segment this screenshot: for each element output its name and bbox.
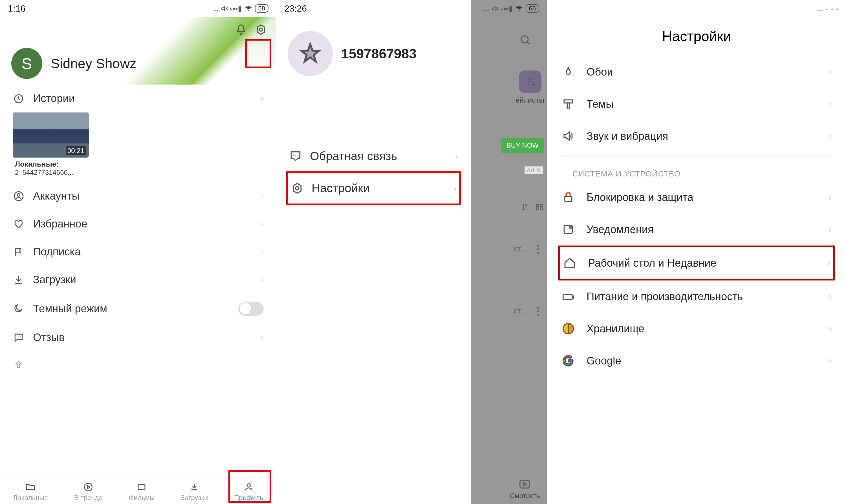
setting-lock[interactable]: Блокировка и защита ›: [558, 181, 835, 213]
chevron-right-icon: ›: [261, 93, 264, 104]
profile-row[interactable]: S Sidney Showz: [11, 48, 137, 79]
svg-rect-6: [138, 485, 145, 490]
signal-icon: ▫▪▪▮: [501, 4, 513, 13]
download-icon: [13, 274, 24, 286]
video-duration: 00:21: [66, 146, 86, 155]
moon-icon: [13, 303, 24, 314]
mute-icon: [491, 5, 498, 12]
tab-local[interactable]: Локальные: [13, 482, 48, 502]
menu-downloads[interactable]: Загрузки ›: [10, 266, 266, 294]
settings-icon[interactable]: [254, 22, 268, 37]
chat-icon: [289, 150, 302, 163]
setting-google[interactable]: Google ›: [558, 345, 835, 377]
tab-trending[interactable]: В тренде: [74, 482, 103, 502]
menu-dark-mode[interactable]: Темный режим: [10, 294, 266, 324]
svg-point-15: [296, 186, 299, 190]
svg-point-4: [17, 193, 20, 196]
clock-icon: [13, 93, 24, 105]
setting-wallpaper[interactable]: Обои ›: [558, 56, 835, 88]
chevron-right-icon: ›: [829, 355, 832, 367]
svg-point-5: [85, 483, 92, 491]
menu-share[interactable]: [10, 352, 266, 379]
setting-themes[interactable]: Темы ›: [558, 88, 835, 120]
screen-settings-panel: ейлисты ст... ⋮ ст... ⋮ Смотреть 23:26 .…: [276, 0, 547, 504]
chevron-right-icon: ›: [261, 274, 264, 285]
storage-icon: [561, 322, 575, 336]
sound-icon: [561, 129, 575, 143]
status-bar: 23:26 ... ▫▪▪▮ 66: [276, 0, 547, 17]
status-right: ...▫▫▫: [817, 4, 838, 13]
user-icon: [13, 190, 24, 202]
menu-settings[interactable]: Настройки ›: [286, 172, 461, 205]
chevron-right-icon: ›: [829, 323, 832, 335]
svg-rect-21: [563, 294, 572, 300]
user-id: 1597867983: [341, 46, 417, 61]
battery-indicator: 66: [526, 4, 539, 13]
chevron-right-icon: ›: [829, 291, 832, 303]
chevron-right-icon: ›: [827, 257, 830, 269]
setting-storage[interactable]: Хранилище ›: [558, 312, 835, 345]
setting-sound[interactable]: Звук и вибрация ›: [558, 120, 835, 152]
profile-row[interactable]: 1597867983: [276, 17, 471, 90]
status-bar: ...▫▫▫: [547, 0, 846, 17]
menu-label: Темный режим: [33, 303, 230, 315]
menu-subscribe[interactable]: Подписка ›: [10, 238, 266, 266]
setting-battery[interactable]: Питание и производительность ›: [558, 281, 835, 312]
tab-movies[interactable]: Фильмы: [128, 482, 155, 502]
svg-point-20: [569, 225, 572, 228]
menu-label: Истории: [33, 92, 252, 105]
profile-name: Sidney Showz: [51, 56, 137, 71]
screen-profile: 1:16 ... ▫▪▪▮ 58 S Sidney Showz Истори: [0, 0, 276, 504]
wifi-icon: [244, 4, 253, 13]
chevron-right-icon: ›: [261, 219, 264, 229]
chevron-right-icon: ›: [454, 183, 457, 194]
menu-label: Аккаунты: [33, 190, 252, 202]
tab-downloads[interactable]: Загрузки: [181, 482, 208, 502]
section-header: СИСТЕМА И УСТРОЙСТВО: [558, 161, 835, 181]
svg-marker-0: [257, 25, 265, 34]
star-icon: [299, 42, 321, 65]
menu-label: Обратная связь: [310, 149, 447, 163]
menu-favorites[interactable]: Избранное ›: [10, 210, 266, 238]
menu-label: Настройки: [312, 182, 445, 195]
svg-rect-18: [565, 196, 572, 201]
avatar: S: [11, 48, 42, 79]
screen-system-settings: ...▫▫▫ Настройки Обои › Темы › Звук и ви…: [547, 0, 846, 504]
status-right: ... ▫▪▪▮ 66: [483, 4, 539, 13]
setting-notifications[interactable]: Уведомления ›: [558, 213, 835, 246]
menu-label: Загрузки: [33, 274, 252, 286]
mute-icon: [221, 5, 228, 12]
google-icon: [561, 354, 575, 368]
settings-title: Настройки: [547, 17, 846, 56]
notifications-icon[interactable]: [234, 22, 248, 37]
dark-mode-toggle[interactable]: [238, 302, 264, 316]
buy-now-button[interactable]: BUY NOW: [501, 138, 544, 153]
themes-icon: [561, 97, 575, 111]
chevron-right-icon: ›: [829, 192, 832, 203]
chevron-right-icon: ›: [829, 66, 832, 78]
ad-badge[interactable]: Ad ✕: [525, 166, 543, 174]
setting-home-recents[interactable]: Рабочий стол и Недавние ›: [558, 246, 835, 281]
chevron-right-icon: ›: [829, 130, 832, 142]
status-right: ... ▫▪▪▮ 58: [212, 4, 268, 13]
status-time: 1:16: [8, 3, 25, 14]
home-icon: [563, 256, 577, 270]
highlight-settings: [245, 39, 271, 68]
play-icon: [83, 482, 94, 493]
menu-feedback[interactable]: Отзыв ›: [10, 324, 266, 352]
svg-rect-22: [572, 296, 574, 298]
avatar: [288, 31, 333, 76]
signal-icon: ▫▪▪▮: [230, 4, 242, 13]
menu-label: Избранное: [33, 218, 252, 230]
video-thumbnail[interactable]: 00:21: [13, 112, 89, 158]
menu-accounts[interactable]: Аккаунты ›: [10, 182, 266, 210]
chevron-right-icon: ›: [455, 151, 458, 162]
menu-label: Отзыв: [33, 331, 252, 344]
gear-icon: [291, 182, 304, 195]
battery-icon: [561, 289, 575, 304]
status-time: 23:26: [284, 3, 307, 14]
battery-indicator: 58: [255, 4, 268, 13]
menu-feedback[interactable]: Обратная связь ›: [286, 141, 461, 172]
menu-history[interactable]: Истории ›: [10, 85, 266, 112]
svg-rect-17: [567, 103, 569, 108]
